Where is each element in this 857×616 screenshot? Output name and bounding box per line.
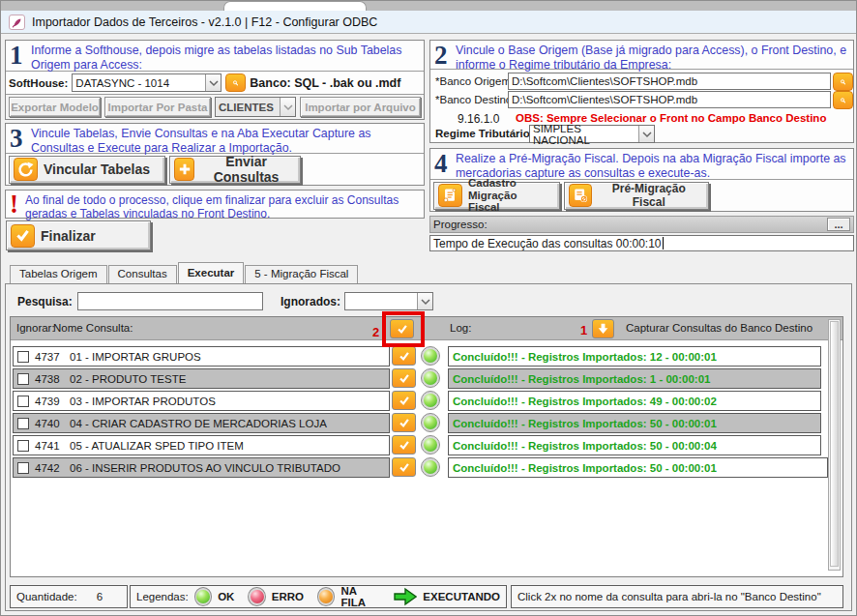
table-header: Ignorar: Nome Consulta: 2 Log: 1 Captura… [11,317,842,340]
consulta-id: 4742 [35,462,64,474]
header-log: Log: [450,322,471,334]
consulta-name-cell[interactable]: 474206 - INSERIR PRODUTOS AO VINCULO TRI… [13,457,390,478]
regime-tributario-combobox[interactable]: SIMPLES NACIONAL [529,125,655,143]
tab-5-migra-o-fiscal[interactable]: 5 - Migração Fiscal [245,265,358,283]
tab-tabelas-origem[interactable]: Tabelas Origem [10,265,107,283]
progress-bar: Progresso: ... [429,216,854,233]
ignorar-checkbox[interactable] [17,418,29,429]
importar-por-arquivo-button[interactable]: Importar por Arquivo [300,97,421,117]
finalizar-button[interactable]: Finalizar [6,220,151,250]
consulta-name-cell[interactable]: 473903 - IMPORTAR PRODUTOS [13,391,390,411]
consultas-table: Ignorar: Nome Consulta: 2 Log: 1 Captura… [10,316,843,577]
scroll-document-icon [438,184,462,207]
pesquisa-input[interactable] [77,292,263,310]
tabela-combobox[interactable]: CLIENTES [215,97,296,117]
table-row: 474004 - CRIAR CADASTRO DE MERCADORIAS L… [11,413,842,433]
executar-consulta-button[interactable] [392,368,416,388]
consulta-name-cell[interactable]: 473701 - IMPORTAR GRUPOS [13,346,390,367]
quantidade-label: Quantidade: [16,591,77,602]
tab-page-executar: Pesquisa: Ignorados: Ignorar: Nome Consu… [5,283,852,611]
consulta-id: 4737 [35,351,64,363]
ignorar-checkbox[interactable] [17,396,29,407]
tabela-combo-value: CLIENTES [219,102,274,113]
consulta-nome[interactable]: 06 - INSERIR PRODUTOS AO VINCULO TRIBUTA… [70,462,340,474]
tempo-execucao-value: Tempo de Execução das consultas 00:00:10 [433,237,662,250]
finalizar-label: Finalizar [41,228,96,244]
cadastro-label-line2: Migração Fiscal [468,190,551,214]
progress-more-button[interactable]: ... [827,218,850,231]
tab-strip: Tabelas OrigemConsultasExecutar5 - Migra… [10,262,358,283]
banco-destino-label: *Banco Destino: [435,94,515,105]
scrollbar-thumb[interactable] [830,321,839,567]
consulta-nome[interactable]: 02 - PRODUTO TESTE [70,373,186,385]
consulta-name-cell[interactable]: 473802 - PRODUTO TESTE [13,368,390,389]
cadastro-migracao-fiscal-button[interactable]: Cadastro Migração Fiscal [433,182,560,210]
chevron-down-icon[interactable] [417,293,432,309]
table-scrollbar[interactable] [828,319,841,571]
tab-consultas[interactable]: Consultas [108,265,177,283]
consulta-log: Concluído!!! - Registros Importados: 49 … [448,391,821,411]
status-ok-icon [421,435,440,455]
title-bar[interactable]: Importador Dados de Terceiros - v2.1.0 |… [1,11,857,34]
text-caret [663,237,664,249]
banco-origem-field[interactable]: D:\Softcom\Clientes\SOFTSHOP.mdb [508,73,831,90]
consulta-log: Concluído!!! - Registros Importados: 50 … [448,413,821,433]
legend-erro-icon [248,587,265,606]
progress-label: Progresso: [433,219,488,230]
consulta-log: Concluído!!! - Registros Importados: 50 … [448,457,828,478]
access-app-icon [9,15,25,30]
executar-consulta-button[interactable] [392,435,416,455]
exclamation-icon: ! [10,192,25,216]
tempo-execucao-field[interactable]: Tempo de Execução das consultas 00:00:10 [429,235,854,251]
consulta-id: 4741 [35,440,64,452]
ignorar-checkbox[interactable] [17,373,29,385]
pre-migracao-label: Pré-Migração Fiscal [598,182,700,209]
consulta-nome[interactable]: 05 - ATUALIZAR SPED TIPO ITEM [70,440,244,452]
pre-migracao-fiscal-button[interactable]: Pré-Migração Fiscal [564,182,709,210]
double-click-hint: Click 2x no nome da consulta para abri-l… [517,591,821,602]
step-1-number: 1 [10,43,31,69]
enviar-consultas-button[interactable]: Enviar Consultas [169,156,301,184]
softhouse-search-button[interactable] [225,73,246,92]
executar-consulta-button[interactable] [392,346,416,366]
chevron-down-icon[interactable] [638,126,654,142]
ignorar-checkbox[interactable] [17,440,29,452]
ignorados-combobox[interactable] [344,292,433,310]
executar-consulta-button[interactable] [392,391,416,410]
importar-por-pasta-button[interactable]: Importar Por Pasta [104,97,211,117]
plus-icon [174,158,194,181]
table-row: 473903 - IMPORTAR PRODUTOSConcluído!!! -… [11,391,842,411]
ignorar-checkbox[interactable] [17,462,29,474]
consulta-nome[interactable]: 03 - IMPORTAR PRODUTOS [70,396,216,407]
banco-destino-browse-button[interactable] [833,91,853,109]
consulta-nome[interactable]: 04 - CRIAR CADASTRO DE MERCADORIAS LOJA [70,418,327,429]
banco-destino-field[interactable]: D:\Softcom\Clientes\SOFTSHOP.mdb [508,91,831,108]
consulta-nome[interactable]: 01 - IMPORTAR GRUPOS [70,351,201,363]
capturar-consultas-button[interactable] [592,319,614,338]
softhouse-combobox[interactable]: DATASYNC - 1014 [72,73,222,92]
tab-executar[interactable]: Executar [178,262,245,283]
chevron-down-icon[interactable] [205,74,221,91]
status-ok-icon [421,391,440,410]
legend-na-fila-label: NA FILA [340,585,380,608]
consulta-name-cell[interactable]: 474105 - ATUALIZAR SPED TIPO ITEM [13,435,390,455]
scroll-cancel-icon [569,184,592,207]
step-3-instruction: Vincule Tabelas, Envie Consultas e na Ab… [31,126,420,151]
background-window-tab [223,1,367,11]
consulta-name-cell[interactable]: 474004 - CRIAR CADASTRO DE MERCADORIAS L… [13,413,390,433]
vincular-tabelas-button[interactable]: Vincular Tabelas [9,156,165,184]
banco-origem-browse-button[interactable] [833,73,853,91]
app-window: Importador Dados de Terceiros - v2.1.0 |… [0,0,857,616]
banco-sql-info: Banco: SQL - .bak ou .mdf [250,76,400,90]
table-row: 474206 - INSERIR PRODUTOS AO VINCULO TRI… [11,457,842,478]
executar-consulta-button[interactable] [392,457,416,477]
header-ignorar: Ignorar: [16,322,55,334]
section-1-panel: 1 Informe a Softhouse, depois migre as t… [5,40,425,120]
exportar-modelo-button[interactable]: Exportar Modelo [9,97,101,117]
quantidade-value: 6 [97,591,103,602]
legend-ok-label: OK [218,591,234,602]
ignorar-checkbox[interactable] [17,351,29,363]
executar-consulta-button[interactable] [392,413,416,432]
annotation-step-2: 2 [372,325,379,339]
status-ok-icon [421,368,440,388]
